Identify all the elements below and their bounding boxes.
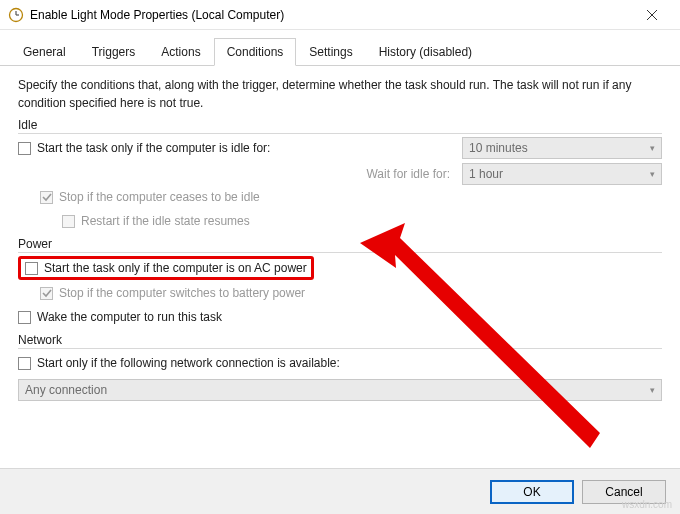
watermark: wsxdn.com	[622, 499, 672, 510]
section-network-heading: Network	[18, 333, 662, 349]
cancel-button-label: Cancel	[605, 485, 642, 499]
checkbox-restart-if-idle	[62, 215, 75, 228]
label-wait-for-idle: Wait for idle for:	[18, 167, 462, 181]
row-on-ac-power: Start the task only if the computer is o…	[18, 255, 662, 281]
chevron-down-icon: ▾	[650, 169, 655, 179]
combo-network-connection[interactable]: Any connection ▾	[18, 379, 662, 401]
row-network-available: Start only if the following network conn…	[18, 351, 662, 375]
label-start-if-idle: Start the task only if the computer is i…	[37, 141, 270, 155]
combo-idle-duration[interactable]: 10 minutes ▾	[462, 137, 662, 159]
label-wake-computer: Wake the computer to run this task	[37, 310, 222, 324]
highlight-ac-power: Start the task only if the computer is o…	[18, 256, 314, 280]
checkbox-stop-if-not-idle	[40, 191, 53, 204]
tab-settings[interactable]: Settings	[296, 38, 365, 66]
tab-actions[interactable]: Actions	[148, 38, 213, 66]
checkbox-wake-computer[interactable]	[18, 311, 31, 324]
checkbox-network-available[interactable]	[18, 357, 31, 370]
label-network-available: Start only if the following network conn…	[37, 356, 340, 370]
combo-wait-duration-value: 1 hour	[469, 167, 503, 181]
tab-conditions[interactable]: Conditions	[214, 38, 297, 66]
checkbox-stop-on-battery	[40, 287, 53, 300]
titlebar: Enable Light Mode Properties (Local Comp…	[0, 0, 680, 30]
row-stop-if-not-idle: Stop if the computer ceases to be idle	[18, 185, 662, 209]
close-icon	[647, 10, 657, 20]
window-title: Enable Light Mode Properties (Local Comp…	[30, 8, 632, 22]
label-restart-if-idle: Restart if the idle state resumes	[81, 214, 250, 228]
row-start-if-idle: Start the task only if the computer is i…	[18, 136, 462, 160]
ok-button[interactable]: OK	[490, 480, 574, 504]
ok-button-label: OK	[523, 485, 540, 499]
chevron-down-icon: ▾	[650, 143, 655, 153]
task-scheduler-icon	[8, 7, 24, 23]
row-wake-computer: Wake the computer to run this task	[18, 305, 662, 329]
combo-idle-duration-value: 10 minutes	[469, 141, 528, 155]
checkbox-start-if-idle[interactable]	[18, 142, 31, 155]
section-power-heading: Power	[18, 237, 662, 253]
combo-wait-duration[interactable]: 1 hour ▾	[462, 163, 662, 185]
row-stop-on-battery: Stop if the computer switches to battery…	[18, 281, 662, 305]
tab-panel-conditions: Specify the conditions that, along with …	[0, 66, 680, 411]
row-restart-if-idle: Restart if the idle state resumes	[18, 209, 662, 233]
label-stop-on-battery: Stop if the computer switches to battery…	[59, 286, 305, 300]
tab-history[interactable]: History (disabled)	[366, 38, 485, 66]
tab-general[interactable]: General	[10, 38, 79, 66]
checkbox-on-ac-power[interactable]	[25, 262, 38, 275]
close-button[interactable]	[632, 1, 672, 29]
section-idle-heading: Idle	[18, 118, 662, 134]
dialog-footer: OK Cancel	[0, 468, 680, 514]
combo-network-connection-value: Any connection	[25, 383, 107, 397]
conditions-description: Specify the conditions that, along with …	[18, 76, 662, 112]
chevron-down-icon: ▾	[650, 385, 655, 395]
tabstrip: General Triggers Actions Conditions Sett…	[0, 30, 680, 66]
tab-triggers[interactable]: Triggers	[79, 38, 149, 66]
label-stop-if-not-idle: Stop if the computer ceases to be idle	[59, 190, 260, 204]
label-on-ac-power: Start the task only if the computer is o…	[44, 261, 307, 275]
